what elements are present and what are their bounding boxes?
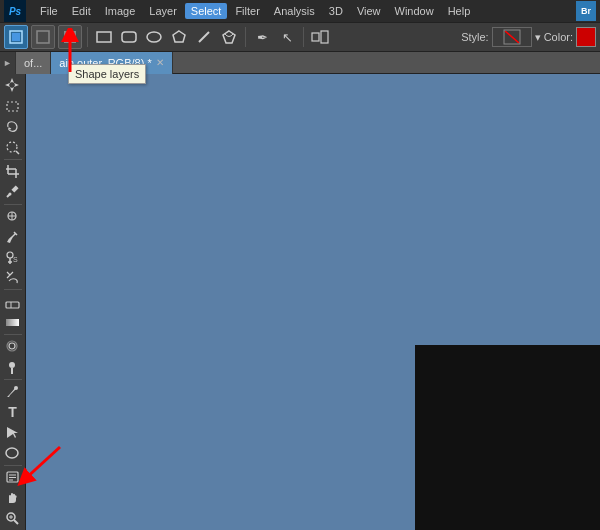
- zoom-tool[interactable]: [2, 509, 24, 528]
- rectangular-marquee-tool[interactable]: [2, 96, 24, 115]
- svg-point-27: [9, 193, 12, 196]
- polygon-shape-btn[interactable]: [168, 26, 190, 48]
- svg-point-40: [9, 343, 15, 349]
- svg-point-43: [14, 386, 18, 390]
- menu-layer[interactable]: Layer: [143, 3, 183, 19]
- sep2: [245, 27, 246, 47]
- menu-analysis[interactable]: Analysis: [268, 3, 321, 19]
- svg-marker-7: [173, 31, 185, 42]
- toolbar-sep-3: [4, 289, 22, 290]
- line-shape-btn[interactable]: [193, 26, 215, 48]
- svg-rect-18: [7, 102, 18, 111]
- healing-brush-tool[interactable]: [2, 207, 24, 226]
- rounded-rect-shape-btn[interactable]: [118, 26, 140, 48]
- style-dropdown-arrow[interactable]: ▾: [535, 31, 541, 44]
- svg-line-16: [24, 447, 60, 480]
- svg-line-11: [505, 31, 519, 43]
- rectangle-shape-btn[interactable]: [93, 26, 115, 48]
- svg-rect-10: [321, 31, 328, 43]
- brush-tool[interactable]: [2, 227, 24, 246]
- arrange-btn[interactable]: [309, 26, 331, 48]
- options-bar: ✒ ↖ Style: ▾ Color:: [0, 22, 600, 52]
- lasso-tool[interactable]: [2, 117, 24, 136]
- ps-logo: Ps: [4, 0, 26, 22]
- menu-file[interactable]: File: [34, 3, 64, 19]
- shape-layers-btn[interactable]: [4, 25, 28, 49]
- history-brush-tool[interactable]: [2, 268, 24, 287]
- clone-stamp-tool[interactable]: S: [2, 248, 24, 267]
- br-badge[interactable]: Br: [576, 1, 596, 21]
- style-section: Style: ▾ Color:: [461, 27, 596, 47]
- svg-line-8: [199, 32, 209, 42]
- ellipse-shape-btn[interactable]: [143, 26, 165, 48]
- svg-point-41: [9, 362, 15, 368]
- move-tool[interactable]: [2, 76, 24, 95]
- doc-tab-1[interactable]: of...: [16, 52, 51, 74]
- svg-point-19: [7, 142, 17, 152]
- quick-selection-tool[interactable]: [2, 137, 24, 156]
- svg-rect-25: [11, 186, 18, 193]
- color-picker[interactable]: [576, 27, 596, 47]
- menu-select[interactable]: Select: [185, 3, 228, 19]
- tab-scroll-arrow[interactable]: ►: [0, 52, 16, 74]
- crop-tool[interactable]: [2, 162, 24, 181]
- svg-rect-38: [6, 319, 19, 326]
- svg-rect-36: [6, 302, 19, 308]
- bottom-arrow-indicator: [12, 442, 72, 492]
- toolbar-sep-5: [4, 379, 22, 380]
- svg-rect-2: [37, 31, 49, 43]
- top-arrow-indicator: [50, 28, 90, 73]
- svg-marker-17: [5, 78, 19, 92]
- title-bar: Ps File Edit Image Layer Select Filter A…: [0, 0, 600, 22]
- blur-tool[interactable]: [2, 337, 24, 356]
- menu-edit[interactable]: Edit: [66, 3, 97, 19]
- toolbar-sep-4: [4, 334, 22, 335]
- custom-shape-btn[interactable]: [218, 26, 240, 48]
- toolbar-sep-1: [4, 159, 22, 160]
- menu-view[interactable]: View: [351, 3, 387, 19]
- path-selection-tool[interactable]: [2, 423, 24, 442]
- dodge-tool[interactable]: [2, 358, 24, 377]
- style-picker[interactable]: [492, 27, 532, 47]
- svg-line-51: [14, 520, 18, 524]
- menu-window[interactable]: Window: [389, 3, 440, 19]
- color-label: Color:: [544, 31, 573, 43]
- menu-image[interactable]: Image: [99, 3, 142, 19]
- toolbar-sep-2: [4, 204, 22, 205]
- svg-rect-1: [12, 33, 20, 41]
- svg-rect-9: [312, 33, 319, 41]
- pen-tool[interactable]: [2, 382, 24, 401]
- tab-close-btn[interactable]: ✕: [156, 57, 164, 68]
- svg-line-20: [16, 151, 19, 154]
- black-shape-layer: [415, 345, 600, 530]
- menu-filter[interactable]: Filter: [229, 3, 265, 19]
- type-tool[interactable]: T: [2, 402, 24, 421]
- selection-tool-btn[interactable]: ↖: [276, 26, 298, 48]
- menu-help[interactable]: Help: [442, 3, 477, 19]
- pen-tool-btn[interactable]: ✒: [251, 26, 273, 48]
- svg-rect-4: [97, 32, 111, 42]
- main-area: S: [0, 74, 600, 530]
- svg-text:S: S: [13, 256, 18, 263]
- canvas-area[interactable]: [26, 74, 600, 530]
- svg-marker-44: [7, 427, 18, 438]
- eyedropper-tool[interactable]: [2, 182, 24, 201]
- style-label: Style:: [461, 31, 489, 43]
- svg-rect-5: [122, 32, 136, 42]
- menu-3d[interactable]: 3D: [323, 3, 349, 19]
- gradient-tool[interactable]: [2, 313, 24, 332]
- sep3: [303, 27, 304, 47]
- menu-bar: File Edit Image Layer Select Filter Anal…: [34, 3, 568, 19]
- svg-point-6: [147, 32, 161, 42]
- eraser-tool[interactable]: [2, 292, 24, 311]
